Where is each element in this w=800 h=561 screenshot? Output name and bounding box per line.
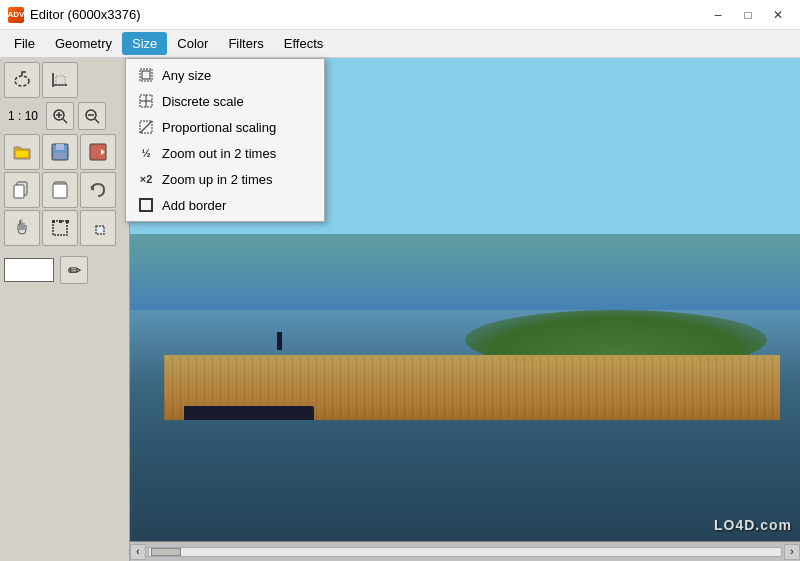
- zoom-ratio-label: 1 : 10: [4, 107, 42, 125]
- select-tool-button[interactable]: [42, 210, 78, 246]
- svg-line-6: [140, 121, 152, 133]
- scrollbar-container: ‹ ›: [130, 541, 800, 561]
- svg-rect-20: [54, 153, 66, 159]
- svg-point-8: [15, 76, 29, 86]
- zoom-out-2x-icon: ½: [138, 145, 154, 161]
- svg-rect-27: [53, 221, 67, 235]
- lasso-tool-button[interactable]: [4, 62, 40, 98]
- menu-proportional-scaling[interactable]: Proportional scaling: [126, 114, 324, 140]
- save-file-button[interactable]: [42, 134, 78, 170]
- svg-rect-9: [56, 76, 65, 85]
- scroll-left-button[interactable]: ‹: [130, 544, 146, 560]
- undo-button[interactable]: [80, 172, 116, 208]
- svg-line-15: [95, 119, 99, 123]
- menu-discrete-scale[interactable]: Discrete scale: [126, 88, 324, 114]
- menu-color[interactable]: Color: [167, 32, 218, 55]
- toolbar-row-1: [4, 62, 125, 98]
- svg-rect-30: [66, 220, 69, 223]
- menu-size[interactable]: Size: [122, 32, 167, 55]
- title-bar: ADV Editor (6000x3376) – □ ✕: [0, 0, 800, 30]
- main-content: 1 : 10: [0, 58, 800, 561]
- menu-effects[interactable]: Effects: [274, 32, 334, 55]
- menu-filters[interactable]: Filters: [218, 32, 273, 55]
- export-button[interactable]: [80, 134, 116, 170]
- menu-zoom-in-2x[interactable]: ×2 Zoom up in 2 times: [126, 166, 324, 192]
- menu-any-size[interactable]: Any size: [126, 62, 324, 88]
- pencil-tool-button[interactable]: ✏: [60, 256, 88, 284]
- toolbar-row-edit: [4, 172, 125, 208]
- any-size-icon: [138, 67, 154, 83]
- size-dropdown: Any size Discrete scale Proportional sca…: [125, 58, 325, 222]
- svg-rect-23: [14, 185, 24, 198]
- svg-rect-28: [52, 220, 55, 223]
- svg-rect-17: [16, 151, 28, 157]
- foreground-color[interactable]: [4, 258, 54, 282]
- proportional-scaling-icon: [138, 119, 154, 135]
- crop-tool-button[interactable]: [42, 62, 78, 98]
- svg-rect-25: [53, 184, 67, 198]
- window-controls: – □ ✕: [704, 4, 792, 26]
- add-border-icon: [138, 197, 154, 213]
- close-button[interactable]: ✕: [764, 4, 792, 26]
- paste-button[interactable]: [42, 172, 78, 208]
- magic-wand-button[interactable]: [80, 210, 116, 246]
- discrete-scale-icon: [138, 93, 154, 109]
- menu-geometry[interactable]: Geometry: [45, 32, 122, 55]
- menu-bar: File Geometry Size Color Filters Effects…: [0, 30, 800, 58]
- svg-rect-7: [140, 199, 152, 211]
- toolbar-row-selection: [4, 210, 125, 246]
- hand-tool-button[interactable]: [4, 210, 40, 246]
- zoom-out-button[interactable]: [78, 102, 106, 130]
- svg-rect-32: [97, 227, 103, 233]
- menu-file[interactable]: File: [4, 32, 45, 55]
- zoom-in-2x-icon: ×2: [138, 171, 154, 187]
- scrollbar-track[interactable]: [148, 547, 782, 557]
- scrollbar-thumb[interactable]: [151, 548, 181, 556]
- copy-button[interactable]: [4, 172, 40, 208]
- app-icon: ADV: [8, 7, 24, 23]
- svg-line-11: [63, 119, 67, 123]
- scroll-right-button[interactable]: ›: [784, 544, 800, 560]
- menu-zoom-out-2x[interactable]: ½ Zoom out in 2 times: [126, 140, 324, 166]
- svg-rect-29: [59, 220, 62, 223]
- minimize-button[interactable]: –: [704, 4, 732, 26]
- menu-add-border[interactable]: Add border: [126, 192, 324, 218]
- toolbar-row-files: [4, 134, 125, 170]
- toolbar: 1 : 10: [0, 58, 130, 561]
- svg-rect-19: [56, 144, 64, 150]
- svg-rect-1: [142, 71, 150, 79]
- watermark-text: LO4D.com: [714, 517, 792, 533]
- zoom-in-button[interactable]: [46, 102, 74, 130]
- open-file-button[interactable]: [4, 134, 40, 170]
- window-title: Editor (6000x3376): [30, 7, 704, 22]
- maximize-button[interactable]: □: [734, 4, 762, 26]
